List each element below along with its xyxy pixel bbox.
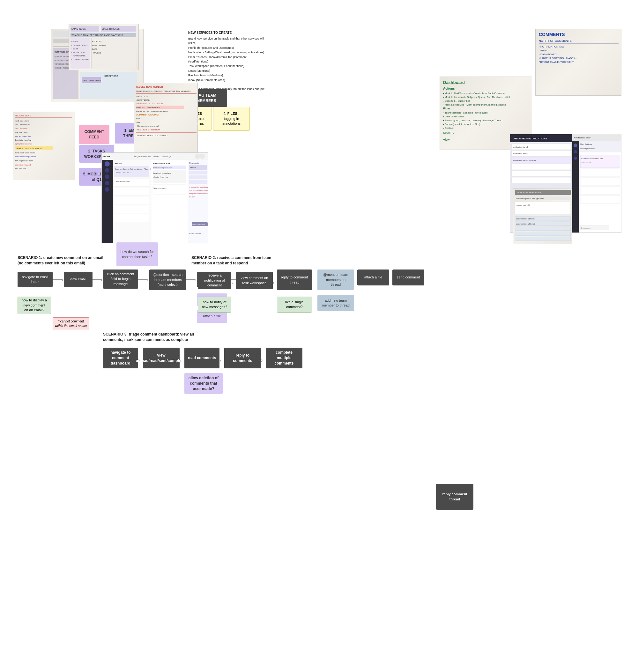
like-comment: like a single comment?	[277, 296, 312, 313]
svg-rect-115	[114, 214, 149, 222]
svg-rect-129	[189, 171, 207, 174]
svg-text:Comments: Comments	[189, 162, 200, 164]
allow-deletion[interactable]: allow deletion of comments that user mad…	[184, 373, 223, 394]
notify-question: how to notify of new messages?	[198, 296, 231, 313]
svg-text:COMMENT THREAD NOTE A TABLE: COMMENT THREAD NOTE A TABLE	[136, 135, 168, 137]
svg-text:TRIAGING TRIANER  TRIALING LAB: TRIAGING TRIANER TRIALING LABELS ACTIONS	[71, 34, 123, 37]
svg-point-97	[200, 154, 205, 159]
svg-text:• tag: • tag	[136, 121, 140, 123]
svg-text:user.name@email.com  type here: user.name@email.com type here	[516, 198, 544, 200]
svg-text:• filter comment on a email: • filter comment on a email	[136, 125, 159, 127]
arrow-s2-2: ›	[273, 280, 274, 286]
receive-notification[interactable]: receive a notification of comment	[198, 272, 231, 289]
sketch-wireframe-right: COMMENT ACTIONS PANEL user.name@email.co…	[513, 188, 572, 244]
svg-text:Inbox: Inbox	[103, 155, 110, 158]
svg-text:PROMPT TEXT:: PROMPT TEXT:	[15, 115, 31, 117]
svg-rect-174	[515, 202, 571, 215]
sketch-email-2: EMAIL INBOX EMAIL THREADS TRIAGING TRIAN…	[69, 24, 139, 70]
mention-search[interactable]: @mention - search for team members (mult…	[149, 269, 186, 290]
svg-rect-166	[580, 187, 620, 195]
read-comments[interactable]: read comments	[184, 347, 219, 368]
view-email[interactable]: view email	[64, 272, 93, 287]
mention-team[interactable]: @mention team members on thread	[318, 269, 354, 290]
svg-text:line 2 annotations: line 2 annotations	[15, 124, 30, 126]
reply-to-comments[interactable]: reply to comments	[224, 347, 261, 368]
svg-rect-182	[515, 237, 571, 241]
add-team-member[interactable]: add new team member to thread	[318, 295, 354, 311]
arrow-2: ›	[101, 277, 102, 283]
svg-text:2 minutes ago: 2 minutes ago	[581, 161, 591, 163]
svg-text:Enter name...: Enter name...	[581, 227, 591, 229]
svg-text:flow diagram element: flow diagram element	[15, 160, 33, 162]
svg-text:notification item 2: notification item 2	[513, 153, 528, 155]
sketch-inbox-ui: Inbox Single email view - Alison - Gibso…	[101, 152, 208, 243]
reply-comment[interactable]: reply to comment thread	[277, 269, 312, 290]
svg-text:• Date                        : • Date Unresolved	[443, 115, 464, 118]
svg-text:PLANS: PLANS, FLUSH LENS, TRIM: PLANS: PLANS, FLUSH LENS, TRIM ACTNS, TO…	[136, 90, 190, 92]
nav-email-inbox[interactable]: navigate to email inbox	[18, 272, 53, 287]
svg-point-101	[105, 168, 110, 172]
svg-text:comment thread item 1: comment thread item 1	[516, 218, 536, 220]
svg-text:Filter: Filter	[443, 107, 450, 110]
svg-text:- URGENT BRIEFING - MADE to: - URGENT BRIEFING - MADE to	[539, 57, 577, 59]
svg-text:DATE: DATE	[92, 48, 97, 50]
attach-file-s2[interactable]: attach a file	[357, 269, 389, 285]
svg-text:draft it to the thread to say : draft it to the thread to say it's	[189, 189, 208, 191]
svg-rect-157	[579, 141, 621, 152]
navigate-comment-dashboard[interactable]: navigate to comment dashboard	[103, 347, 138, 368]
svg-text:completed. We can fix those of: completed. We can fix those of its	[189, 193, 208, 195]
sketch-whiteboard-2: PROMPT TEXT: line 1 notes here line 2 an…	[13, 112, 75, 180]
svg-text:• Status (good, personal, reso: • Status (good, personal, resolve) • Mes…	[443, 119, 503, 122]
sketch-comments-notes: COMMENTS NOTIFY OF COMMENTS • NOTIFICATI…	[535, 29, 622, 96]
view-comment-task[interactable]: view comment on task workspace	[236, 272, 273, 289]
complete-multiple[interactable]: complete multiple comments	[266, 347, 302, 368]
display-question: how to display a new comment on an email…	[18, 296, 51, 314]
svg-text:• Mark to Important     • Subj: • Mark to Important • Subject • Queue, F…	[443, 96, 510, 99]
svg-text:COMMENTS: COMMENTS	[539, 32, 565, 37]
svg-text:- DASHBOARD: - DASHBOARD	[539, 53, 557, 56]
svg-text:• Mark to Find/Removed + Creat: • Mark to Find/Removed + Create Task Eac…	[443, 92, 506, 95]
svg-text:• Mark as resolved        • Ma: • Mark as resolved • Mark as Important, …	[443, 103, 506, 106]
send-comment-s2[interactable]: send comment	[392, 269, 424, 285]
svg-text:Comment notification item: Comment notification item	[581, 158, 603, 160]
svg-text:From: sender@email.com: From: sender@email.com	[154, 167, 172, 169]
svg-text:• RED HIGHLIGHTED ITEM: • RED HIGHLIGHTED ITEM	[136, 129, 160, 131]
svg-text:• REACT EMAIL: • REACT EMAIL	[136, 99, 150, 101]
click-comment-field[interactable]: click on comment field to begin message	[103, 269, 138, 289]
svg-text:TAGGED TEAM MEMBER:: TAGGED TEAM MEMBER:	[136, 86, 164, 88]
svg-rect-113	[114, 196, 149, 204]
scenario3-label: SCENARIO 3: triage comment dashboard: vi…	[103, 332, 195, 342]
scenario1-label: SCENARIO 1: create new comment on an ema…	[18, 255, 107, 266]
connector-3-4	[138, 280, 147, 280]
svg-text:PREVENT EMAIL ENVIRONMENT: PREVENT EMAIL ENVIRONMENT	[539, 61, 574, 63]
arrow-3: ›	[146, 277, 148, 283]
svg-text:message input field: message input field	[516, 204, 530, 206]
svg-text:• CONTACT FILTER: • CONTACT FILTER	[71, 58, 89, 60]
svg-rect-123	[153, 185, 186, 194]
svg-rect-114	[114, 205, 149, 213]
svg-text:VENDOR DATES: VENDOR DATES	[54, 63, 70, 65]
svg-text:• Snooze it               • Su: • Snooze it • Subscriber	[443, 99, 470, 102]
arrow-s2-1: ›	[231, 280, 233, 286]
view-unread[interactable]: view unread/read/sent/completed	[143, 347, 180, 368]
svg-point-103	[105, 181, 110, 185]
svg-point-98	[195, 154, 200, 159]
arrow-1: ›	[62, 277, 63, 283]
svg-text:• COMMENT TAG  TRACKTION: • COMMENT TAG TRACKTION	[136, 103, 163, 104]
svg-text:• Source(email, task, notes, f: • Source(email, task, notes, files)	[443, 123, 481, 126]
files-sticky: 4. FILES - tagging in annotations	[213, 107, 250, 131]
svg-text:EMAIL THREADS: EMAIL THREADS	[102, 28, 120, 30]
svg-text:COMMENT TAGGING:: COMMENT TAGGING:	[136, 114, 159, 116]
svg-text:VIEW COMM THREAD: VIEW COMM THREAD	[82, 79, 102, 81]
svg-text:Search: Search	[115, 162, 122, 165]
arrow-s3-3: ›	[219, 358, 221, 363]
svg-text:final note line: final note line	[15, 168, 26, 170]
reply-comment-thread: reply comment thread	[436, 484, 473, 510]
connector-1-2	[53, 280, 62, 280]
svg-text:line 3 red mark: line 3 red mark	[15, 127, 28, 129]
svg-text:Single email view - Alison - G: Single email view - Alison - Gibson @	[134, 155, 171, 158]
svg-text:Notifications View: Notifications View	[574, 137, 590, 139]
svg-rect-27	[70, 38, 90, 69]
svg-text:Actions: Actions	[443, 87, 455, 90]
svg-rect-153	[572, 141, 579, 233]
